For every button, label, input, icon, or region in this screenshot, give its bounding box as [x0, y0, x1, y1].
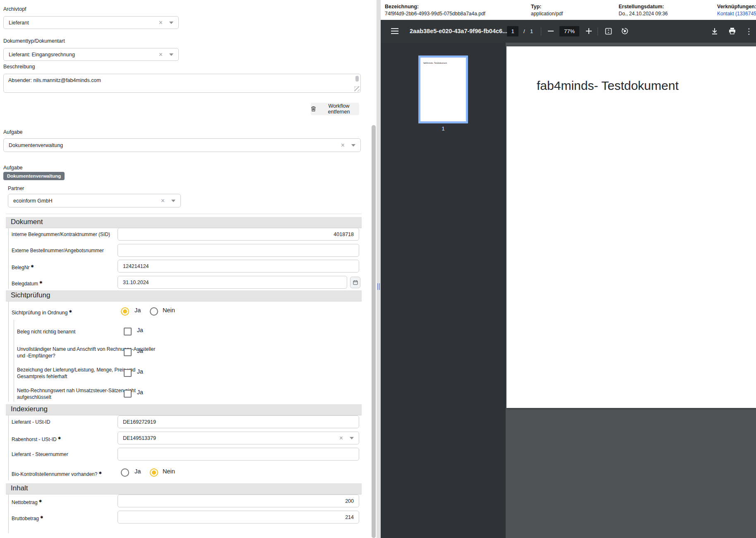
bruttobetrag-label: Bruttobetrag [12, 514, 43, 522]
clear-icon[interactable]: × [339, 435, 343, 441]
beschreibung-textarea[interactable]: Absender: nils.mannitz@fab4minds.com [3, 74, 361, 93]
checkbox-beleg-nicht-richtig-benannt[interactable] [124, 328, 132, 335]
chevron-down-icon[interactable] [169, 22, 173, 24]
lieferant-steuernummer-input[interactable] [118, 448, 359, 461]
form-scrollbar-thumb[interactable] [372, 125, 376, 538]
partner-select[interactable]: ecoinform GmbH × [8, 194, 181, 207]
pdf-document-title: fab4minds- Testdokument [537, 79, 679, 93]
page-divider: / [523, 28, 525, 34]
meta-bezeichnung: Bezeichnung: 74f9f4d9-2bb6-4993-99d5-075… [385, 4, 485, 17]
section-header-dokument: Dokument [6, 217, 362, 228]
interne-belegnummer-label: interne Belegnummer/Kontraktnummer (SID) [12, 231, 110, 238]
dokumenttyp-select[interactable]: Lieferant: Eingangsrechnung × [3, 48, 179, 61]
calendar-icon [353, 280, 358, 285]
radio-sichtpruefung-ja[interactable] [121, 307, 129, 316]
aufgabe-badge-label: Aufgabe [3, 165, 23, 171]
partner-value: ecoinform GmbH [13, 198, 161, 204]
section-divider [6, 214, 362, 214]
bruttobetrag-input[interactable] [118, 511, 359, 524]
belegdatum-label: Belegdatum [12, 279, 43, 287]
beschreibung-value: Absender: nils.mannitz@fab4minds.com [8, 77, 101, 83]
checkbox-bezeichung-fehlerhaft[interactable] [124, 369, 132, 377]
bezeichnung-value: 74f9f4d9-2bb6-4993-99d5-075dbb8a7a4a.pdf [385, 11, 485, 17]
document-form-panel: Archivtopf Lieferant × Dokumenttyp/Dokum… [0, 0, 367, 538]
aufgabe-select[interactable]: Dokumentenverwaltung × [3, 138, 361, 152]
beschreibung-label: Beschreibung [3, 64, 35, 70]
bezeichnung-label: Bezeichnung: [385, 4, 485, 10]
radio-sichtpruefung-nein[interactable] [150, 307, 158, 316]
sichtpruefung-in-ordnung-label: Sichtprüfung in Ordnung [12, 308, 72, 316]
nettobetrag-input[interactable] [118, 495, 359, 507]
splitter-drag-handle-icon[interactable] [377, 283, 380, 290]
lieferant-ustid-input[interactable] [118, 415, 359, 428]
checkbox-label: Ja [137, 368, 143, 375]
textarea-scrollbar-thumb[interactable] [355, 76, 359, 82]
belegdatum-input[interactable] [118, 276, 347, 289]
nettobetrag-label: Nettobetrag [12, 498, 42, 506]
externe-bestellnummer-input[interactable] [118, 244, 359, 257]
pdf-title: 2aab38e5-e020-43a7-9f96-fb04c6... [410, 28, 507, 34]
page-total: 1 [530, 28, 533, 34]
erstellungsdatum-value: Do., 24.10.2024 09:36 [619, 11, 668, 17]
print-button[interactable] [727, 27, 737, 36]
radio-bio-nein[interactable] [150, 468, 158, 477]
sidebar-toggle-hamburger-icon[interactable] [390, 27, 400, 35]
fit-page-button[interactable] [603, 27, 613, 36]
chevron-down-icon[interactable] [351, 144, 355, 147]
download-button[interactable] [710, 27, 720, 36]
radio-bio-ja[interactable] [121, 468, 129, 477]
interne-belegnummer-input[interactable] [118, 228, 359, 241]
meta-typ: Typ: application/pdf [531, 4, 563, 17]
page-thumbnail[interactable]: fab4minds- Testdokument [418, 55, 468, 123]
radio-bio-nein-label: Nein [163, 468, 175, 475]
checkbox-netto-rechnungswert[interactable] [124, 390, 132, 398]
checkbox-label: Ja [137, 347, 143, 354]
pdf-page: fab4minds- Testdokument [506, 46, 756, 408]
rotate-button[interactable] [620, 27, 630, 36]
group-indent-line [8, 228, 9, 289]
page-number-input[interactable]: 1 [507, 26, 518, 36]
more-options-kebab-icon[interactable]: ⋮ [745, 26, 753, 36]
clear-icon[interactable]: × [161, 198, 165, 204]
section-header-indexierung: Indexierung [6, 404, 362, 415]
panel-splitter[interactable] [377, 0, 381, 538]
verknuepfungen-label: Verknüpfungen: [717, 4, 756, 10]
partner-label: Partner [8, 186, 24, 191]
zoom-in-button[interactable] [584, 27, 593, 35]
belegnr-input[interactable] [118, 260, 359, 273]
kontakt-link[interactable]: Kontakt (1336745) [717, 11, 756, 17]
zoom-out-button[interactable] [546, 27, 555, 35]
typ-label: Typ: [531, 4, 563, 10]
resize-grip-icon[interactable] [354, 86, 360, 92]
chevron-down-icon[interactable] [350, 437, 354, 439]
rabenhorst-ustid-select[interactable]: DE149513379 × [118, 432, 359, 444]
thumbnail-page-number: 1 [418, 125, 468, 132]
group-indent-line [8, 302, 9, 402]
group-indent-line [8, 415, 9, 480]
clear-icon[interactable]: × [159, 51, 163, 58]
toolbar-separator [598, 27, 598, 36]
archivtopf-select[interactable]: Lieferant × [3, 16, 179, 29]
pdf-viewer-body: fab4minds- Testdokument 1 fab4minds- Tes… [381, 43, 756, 538]
workflow-entfernen-button[interactable]: Workflow entfernen [311, 103, 359, 115]
rabenhorst-ustid-value: DE149513379 [123, 435, 339, 441]
clear-icon[interactable]: × [159, 19, 163, 26]
radio-sichtpruefung-nein-label: Nein [163, 307, 175, 314]
meta-erstellungsdatum: Erstellungsdatum: Do., 24.10.2024 09:36 [619, 4, 668, 17]
checkbox-unvollstaendiger-name[interactable] [124, 348, 132, 356]
checkbox-label: Ja [137, 327, 143, 333]
aufgabe-badge: Dokumentenverwaltung [3, 172, 65, 180]
dokumenttyp-value: Lieferant: Eingangsrechnung [9, 52, 159, 58]
aufgabe-label: Aufgabe [3, 129, 23, 135]
chevron-down-icon[interactable] [169, 53, 173, 56]
lieferant-ustid-label: Lieferant - USt-ID [12, 419, 50, 425]
app-root: Archivtopf Lieferant × Dokumenttyp/Dokum… [0, 0, 756, 538]
clear-icon[interactable]: × [341, 142, 345, 149]
aufgabe-value: Dokumentenverwaltung [9, 142, 341, 148]
subgroup-indent-line [14, 320, 14, 402]
chevron-down-icon[interactable] [171, 200, 175, 202]
zoom-level-input[interactable]: 77% [559, 26, 579, 36]
radio-sichtpruefung-ja-label: Ja [134, 307, 141, 314]
trash-icon [311, 106, 316, 112]
calendar-button[interactable] [350, 277, 360, 288]
